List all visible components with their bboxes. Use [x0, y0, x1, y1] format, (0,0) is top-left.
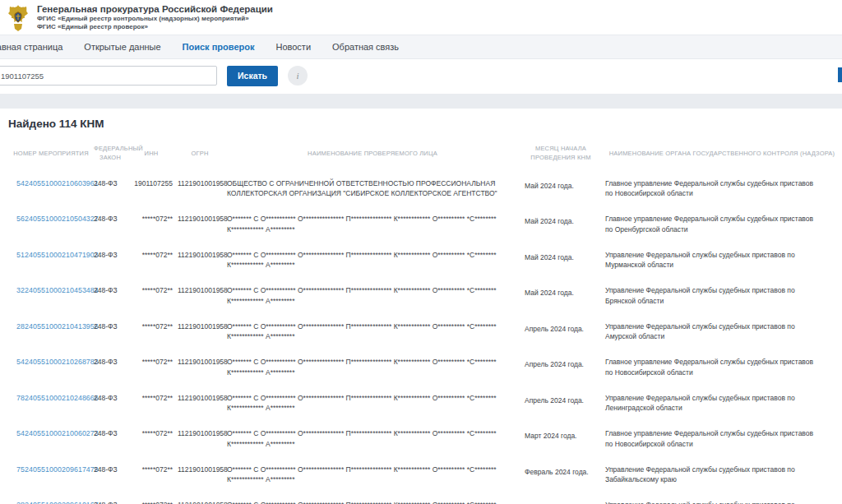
- subject-name-cell: ОБЩЕСТВО С ОГРАНИЧЕННОЙ ОТВЕТСТВЕННОСТЬЮ…: [225, 171, 520, 207]
- col-header-inn: ИНН: [128, 137, 174, 171]
- knm-number-link[interactable]: 32240551000210453484: [16, 286, 99, 294]
- ogrn-cell: 1121901001958: [174, 243, 225, 279]
- subject-name-cell: О******* С О*********** О***************…: [225, 243, 520, 279]
- subject-name-cell: О******* С О*********** О***************…: [225, 421, 520, 457]
- search-button[interactable]: Искать: [227, 66, 278, 86]
- knm-number-link[interactable]: 78240551000210248666: [16, 394, 99, 402]
- inn-cell: *****072**: [128, 206, 174, 243]
- col-header-organ: Наименование органа государственного кон…: [602, 137, 842, 171]
- nav-item-link[interactable]: Открытые данные: [84, 42, 160, 52]
- month-cell: Февраль 2024 года.: [520, 492, 602, 504]
- table-row: 56240551000210504327 248-ФЗ *****072** 1…: [0, 206, 842, 243]
- organ-cell: Управление Федеральной службы судебных п…: [602, 492, 842, 504]
- month-cell: Март 2024 года.: [520, 421, 602, 457]
- site-header: Генеральная прокуратура Российской Федер…: [0, 0, 842, 35]
- knm-number-link[interactable]: 54240551000210603961: [16, 179, 99, 187]
- table-row: 75240551000209617479 248-ФЗ *****072** 1…: [0, 457, 842, 493]
- clipped-right-button[interactable]: [838, 67, 842, 82]
- inn-cell: *****072**: [128, 492, 174, 504]
- col-header-ogrn: ОГРН: [174, 137, 225, 171]
- search-input[interactable]: [0, 66, 217, 86]
- col-header-month: Месяц начала проведения КНМ: [520, 137, 602, 171]
- ogrn-cell: 1121901001958: [174, 457, 225, 493]
- law-cell: 248-ФЗ: [92, 492, 128, 504]
- table-row: 54240551000210603961 248-ФЗ 1901107255 1…: [0, 171, 842, 207]
- knm-number-link[interactable]: 75240551000209617479: [16, 465, 99, 474]
- month-cell: Май 2024 года.: [520, 243, 602, 279]
- inn-cell: *****072**: [128, 349, 174, 386]
- month-cell: Май 2024 года.: [520, 171, 602, 207]
- nav-item-active[interactable]: Поиск проверок: [183, 42, 255, 52]
- org-title: Генеральная прокуратура Российской Федер…: [37, 4, 273, 16]
- inn-cell: *****072**: [128, 278, 174, 314]
- results-table: Номер мероприятия Федеральный закон ИНН …: [0, 137, 842, 504]
- main-nav: Главная страницаОткрытые данныеПоиск про…: [0, 35, 842, 59]
- organ-cell: Управление Федеральной службы судебных п…: [602, 386, 842, 422]
- table-row: 51240551000210471903 248-ФЗ *****072** 1…: [0, 243, 842, 279]
- table-row: 78240551000210248666 248-ФЗ *****072** 1…: [0, 386, 842, 422]
- table-header-row: Номер мероприятия Федеральный закон ИНН …: [0, 137, 842, 171]
- subject-name-cell: О******* С О*********** О***************…: [225, 206, 520, 243]
- month-cell: Апрель 2024 года.: [520, 314, 602, 350]
- knm-number-link[interactable]: 54240551000210060273: [16, 429, 99, 437]
- fgis-subtitle-2: ФГИС «Единый реестр проверок»: [37, 23, 273, 31]
- organ-cell: Управление Федеральной службы судебных п…: [602, 314, 842, 350]
- nav-item-link[interactable]: Главная страница: [0, 42, 62, 52]
- fgis-subtitle-1: ФГИС «Единый реестр контрольных (надзорн…: [37, 15, 273, 23]
- prosecutor-emblem-icon: [6, 4, 30, 32]
- ogrn-cell: 1121901001958: [174, 171, 225, 207]
- subject-name-cell: О******* С О*********** О***************…: [225, 492, 520, 504]
- search-section: Искать i: [0, 59, 842, 94]
- nav-item-link[interactable]: Новости: [275, 42, 311, 52]
- organ-cell: Управление Федеральной службы судебных п…: [602, 243, 842, 279]
- organ-cell: Управление Федеральной службы судебных п…: [602, 278, 842, 314]
- table-row: 54240551000210268783 248-ФЗ *****072** 1…: [0, 349, 842, 386]
- organ-cell: Главное управление Федеральной службы су…: [602, 349, 842, 386]
- knm-number-link[interactable]: 51240551000210471903: [16, 251, 99, 259]
- month-cell: Апрель 2024 года.: [520, 349, 602, 386]
- inn-cell: *****072**: [128, 421, 174, 457]
- ogrn-cell: 1121901001958: [174, 421, 225, 457]
- knm-number-link[interactable]: 28240551000209610167: [16, 501, 99, 504]
- ogrn-cell: 1121901001958: [174, 349, 225, 386]
- table-row: 54240551000210060273 248-ФЗ *****072** 1…: [0, 421, 842, 457]
- ogrn-cell: 1121901001958: [174, 386, 225, 422]
- subject-name-cell: О******* С О*********** О***************…: [225, 386, 520, 422]
- organ-cell: Главное управление Федеральной службы су…: [602, 421, 842, 457]
- knm-number-link[interactable]: 56240551000210504327: [16, 215, 99, 223]
- organ-cell: Управление Федеральной службы судебных п…: [602, 457, 842, 493]
- organ-cell: Главное управление Федеральной службы су…: [602, 171, 842, 207]
- inn-cell: *****072**: [128, 386, 174, 422]
- inn-cell: *****072**: [128, 243, 174, 279]
- month-cell: Май 2024 года.: [520, 206, 602, 243]
- col-header-number: Номер мероприятия: [0, 137, 92, 171]
- knm-number-link[interactable]: 54240551000210268783: [16, 358, 99, 366]
- ogrn-cell: 1121901001958: [174, 278, 225, 314]
- subject-name-cell: О******* С О*********** О***************…: [225, 278, 520, 314]
- table-row: 28240551000209610167 248-ФЗ *****072** 1…: [0, 492, 842, 504]
- organ-cell: Главное управление Федеральной службы су…: [602, 206, 842, 243]
- subject-name-cell: О******* С О*********** О***************…: [225, 349, 520, 386]
- inn-cell: 1901107255: [128, 171, 174, 207]
- ogrn-cell: 1121901001958: [174, 314, 225, 350]
- col-header-name: Наименование проверяемого лица: [225, 137, 520, 171]
- col-header-law: Федеральный закон: [92, 137, 128, 171]
- divider-band: [0, 94, 842, 109]
- results-count-title: Найдено 114 КНМ: [0, 109, 842, 137]
- table-row: 32240551000210453484 248-ФЗ *****072** 1…: [0, 278, 842, 314]
- ogrn-cell: 1121901001958: [174, 492, 225, 504]
- inn-cell: *****072**: [128, 457, 174, 493]
- inn-cell: *****072**: [128, 314, 174, 350]
- table-row: 28240551000210413956 248-ФЗ *****072** 1…: [0, 314, 842, 350]
- knm-number-link[interactable]: 28240551000210413956: [16, 322, 99, 331]
- month-cell: Февраль 2024 года.: [520, 457, 602, 493]
- ogrn-cell: 1121901001958: [174, 206, 225, 243]
- month-cell: Апрель 2024 года.: [520, 386, 602, 422]
- info-icon[interactable]: i: [288, 66, 308, 86]
- nav-item-link[interactable]: Обратная связь: [332, 42, 399, 52]
- subject-name-cell: О******* С О*********** О***************…: [225, 457, 520, 493]
- month-cell: Май 2024 года.: [520, 278, 602, 314]
- subject-name-cell: О******* С О*********** О***************…: [225, 314, 520, 350]
